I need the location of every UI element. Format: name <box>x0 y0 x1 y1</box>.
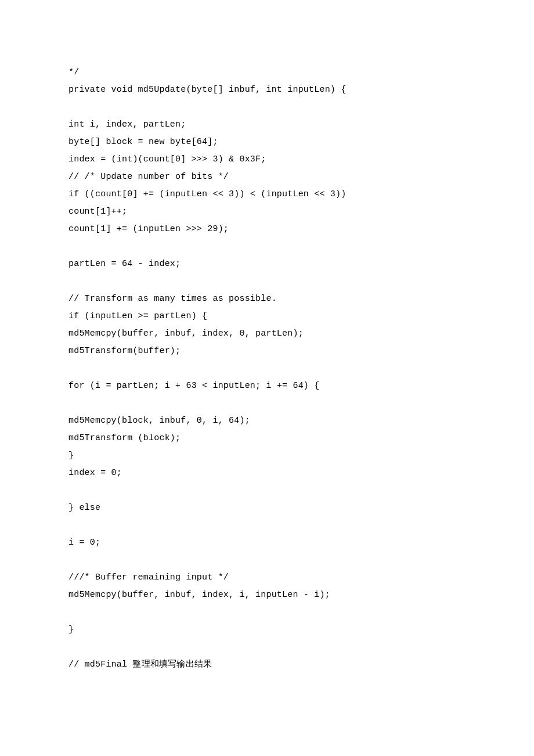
code-page: */ private void md5Update(byte[] inbuf, … <box>0 0 534 756</box>
code-block: */ private void md5Update(byte[] inbuf, … <box>68 67 346 669</box>
